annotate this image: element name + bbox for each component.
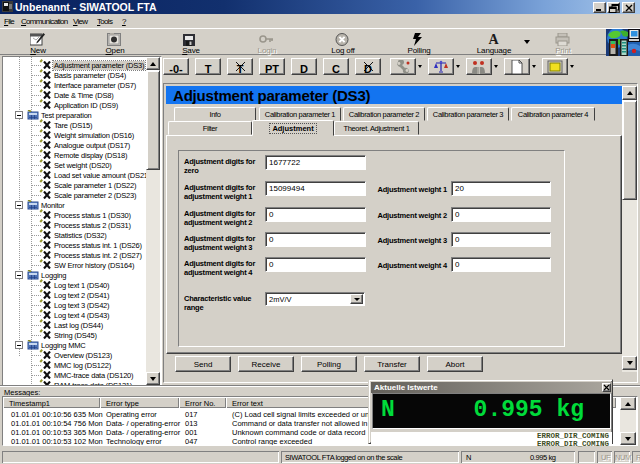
- svg-text:A: A: [488, 33, 499, 46]
